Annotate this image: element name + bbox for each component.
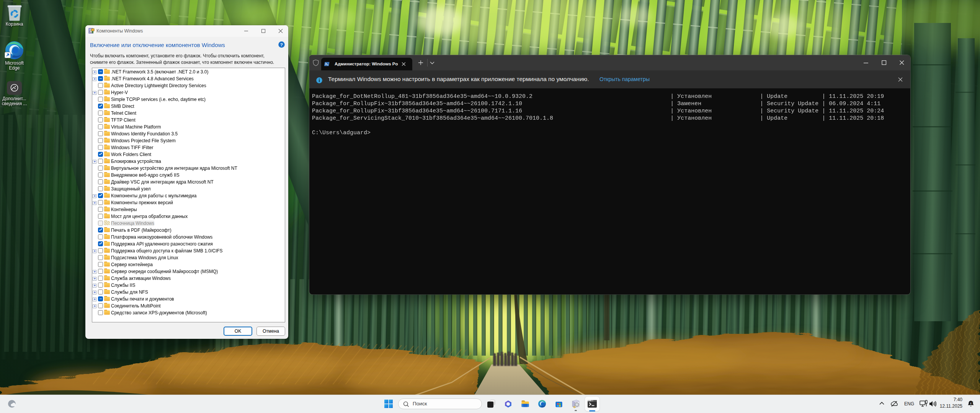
svg-text:?: ? <box>280 42 283 47</box>
svg-text:z: z <box>970 402 972 405</box>
svg-text:z: z <box>972 401 973 403</box>
